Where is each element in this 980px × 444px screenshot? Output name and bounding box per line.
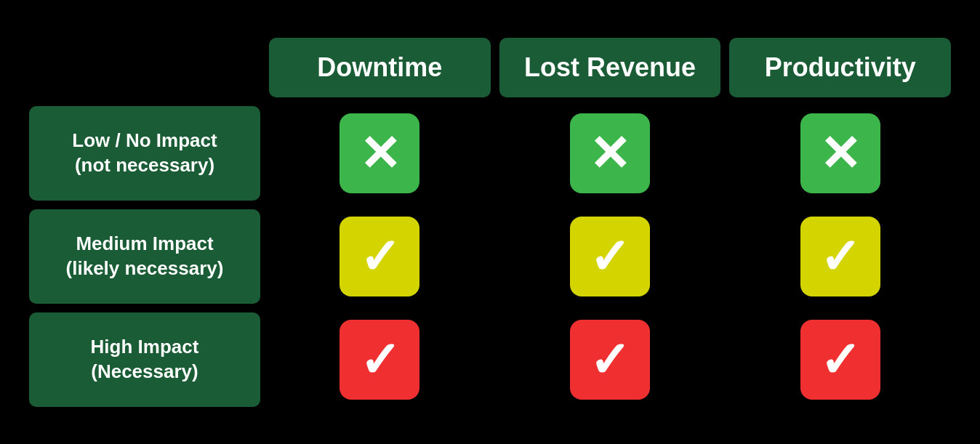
check-icon-1: ✓ bbox=[359, 232, 401, 281]
x-icon-2: ✕ bbox=[589, 129, 630, 178]
high-impact-revenue-icon-box: ✓ bbox=[570, 320, 650, 400]
high-impact-downtime-icon-box: ✓ bbox=[340, 320, 419, 400]
row-label-medium-impact: Medium Impact(likely necessary) bbox=[29, 209, 260, 304]
header-empty-cell bbox=[25, 33, 265, 102]
check-icon-4: ✓ bbox=[359, 335, 401, 384]
row-label-high-impact: High Impact(Necessary) bbox=[29, 312, 260, 407]
medium-impact-productivity-cell: ✓ bbox=[729, 209, 951, 304]
header-productivity: Productivity bbox=[729, 38, 951, 97]
high-impact-downtime-cell: ✓ bbox=[269, 312, 491, 407]
check-icon-6: ✓ bbox=[819, 335, 861, 384]
row-label-low-impact: Low / No Impact(not necessary) bbox=[29, 106, 260, 201]
header-lost-revenue: Lost Revenue bbox=[499, 38, 721, 97]
low-impact-productivity-cell: ✕ bbox=[729, 106, 951, 201]
x-icon-1: ✕ bbox=[359, 129, 401, 178]
low-impact-downtime-icon-box: ✕ bbox=[340, 113, 419, 193]
medium-impact-revenue-cell: ✓ bbox=[499, 209, 721, 304]
low-impact-downtime-cell: ✕ bbox=[269, 106, 491, 201]
comparison-table: Downtime Lost Revenue Productivity Low /… bbox=[25, 33, 955, 411]
x-icon-3: ✕ bbox=[819, 129, 861, 178]
high-impact-productivity-cell: ✓ bbox=[729, 312, 951, 407]
check-icon-2: ✓ bbox=[589, 232, 630, 281]
high-impact-revenue-cell: ✓ bbox=[499, 312, 721, 407]
medium-impact-downtime-icon-box: ✓ bbox=[340, 217, 419, 296]
high-impact-productivity-icon-box: ✓ bbox=[800, 320, 880, 400]
medium-impact-revenue-icon-box: ✓ bbox=[570, 217, 650, 296]
check-icon-3: ✓ bbox=[819, 232, 861, 281]
low-impact-productivity-icon-box: ✕ bbox=[800, 113, 880, 193]
medium-impact-downtime-cell: ✓ bbox=[269, 209, 491, 304]
low-impact-revenue-icon-box: ✕ bbox=[570, 113, 650, 193]
low-impact-revenue-cell: ✕ bbox=[499, 106, 721, 201]
medium-impact-productivity-icon-box: ✓ bbox=[800, 217, 880, 296]
check-icon-5: ✓ bbox=[589, 335, 630, 384]
header-downtime: Downtime bbox=[269, 38, 491, 97]
